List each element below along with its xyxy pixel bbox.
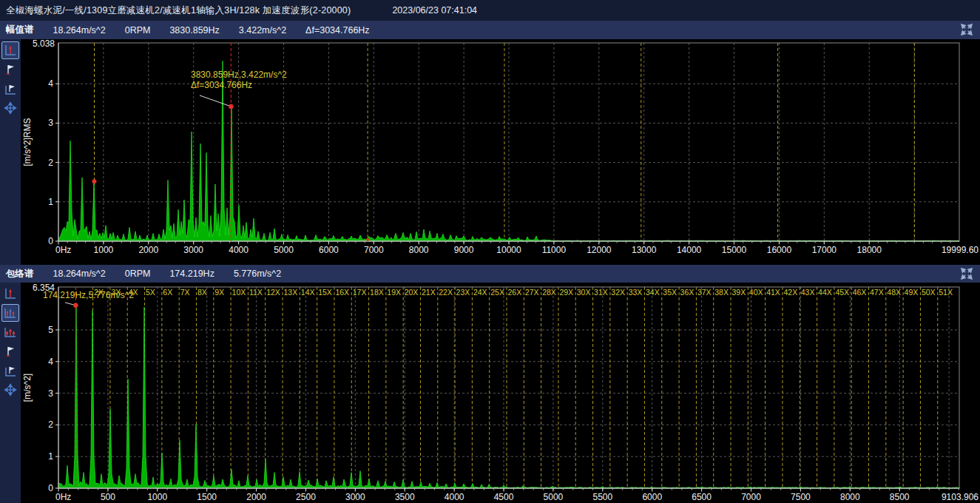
- svg-text:1000: 1000: [94, 245, 114, 255]
- svg-text:38X: 38X: [714, 288, 729, 297]
- amplitude-spectrum-header: 幅值谱 18.264m/s^2 0RPM 3830.859Hz 3.422m/s…: [0, 21, 980, 39]
- svg-text:7000: 7000: [364, 245, 384, 255]
- svg-text:14X: 14X: [301, 288, 315, 297]
- svg-text:1: 1: [48, 451, 53, 462]
- expand-icon[interactable]: [959, 266, 974, 281]
- svg-text:19X: 19X: [387, 288, 401, 297]
- svg-text:5X: 5X: [146, 288, 155, 297]
- svg-text:2500: 2500: [296, 492, 316, 502]
- cursor-amplitude: 3.422m/s^2: [239, 25, 286, 36]
- svg-text:42X: 42X: [783, 288, 797, 297]
- move-tool-icon[interactable]: [1, 381, 19, 399]
- svg-text:21X: 21X: [422, 288, 436, 297]
- svg-text:Δf=3034.766Hz: Δf=3034.766Hz: [191, 80, 252, 90]
- chart-flag-tool-icon[interactable]: [1, 362, 19, 379]
- svg-text:20X: 20X: [405, 288, 419, 297]
- svg-text:0Hz: 0Hz: [55, 492, 71, 502]
- panel-title-amplitude: 幅值谱: [6, 24, 34, 36]
- sideband-cursor-tool-icon[interactable]: [1, 323, 19, 341]
- svg-text:30X: 30X: [577, 288, 591, 297]
- svg-text:41X: 41X: [766, 288, 780, 297]
- amplitude-toolbar: [0, 39, 21, 265]
- svg-text:49X: 49X: [905, 288, 919, 297]
- svg-text:2: 2: [48, 158, 53, 168]
- svg-text:9X: 9X: [214, 288, 224, 297]
- svg-text:18000: 18000: [857, 245, 882, 255]
- envelope-spectrum-chart[interactable]: 2X3X4X5X6X7X8X9X10X11X12X13X14X15X16X17X…: [21, 283, 980, 503]
- svg-text:36X: 36X: [680, 288, 695, 297]
- svg-text:5.038: 5.038: [33, 39, 55, 49]
- svg-text:5000: 5000: [274, 245, 294, 255]
- svg-text:37X: 37X: [697, 288, 712, 297]
- svg-text:3000: 3000: [183, 245, 203, 255]
- svg-text:3: 3: [48, 118, 53, 128]
- svg-text:3830.859Hz,3.422m/s^2: 3830.859Hz,3.422m/s^2: [191, 70, 287, 80]
- svg-text:7X: 7X: [180, 288, 190, 297]
- svg-text:1: 1: [48, 197, 53, 207]
- svg-text:24X: 24X: [473, 288, 487, 297]
- svg-text:44X: 44X: [818, 288, 832, 297]
- svg-text:10X: 10X: [232, 288, 246, 297]
- flag-cursor-tool-icon[interactable]: [1, 61, 19, 78]
- harmonic-cursor-tool-icon[interactable]: [1, 304, 19, 322]
- svg-text:16000: 16000: [767, 245, 792, 255]
- move-tool-icon[interactable]: [1, 99, 19, 117]
- envelope-toolbar: [0, 283, 21, 503]
- single-cursor-tool-icon[interactable]: [1, 41, 19, 59]
- title-bar: 全椒海螺水泥/一线/1309立磨减速机2/减速机1轴输入3H/128k 加速度波…: [0, 0, 980, 21]
- svg-text:48X: 48X: [887, 288, 901, 297]
- svg-text:4000: 4000: [445, 492, 464, 502]
- svg-text:40X: 40X: [749, 288, 763, 297]
- single-cursor-tool-icon[interactable]: [1, 285, 19, 303]
- svg-text:[m/s^2]RMS: [m/s^2]RMS: [22, 118, 33, 166]
- panel-title-envelope: 包络谱: [6, 268, 34, 280]
- svg-text:8500: 8500: [890, 492, 910, 502]
- delta-frequency: Δf=3034.766Hz: [305, 25, 370, 36]
- svg-text:16X: 16X: [335, 288, 349, 297]
- svg-text:10000: 10000: [496, 245, 521, 255]
- cursor-frequency: 3830.859Hz: [169, 25, 219, 36]
- svg-text:0Hz: 0Hz: [55, 245, 71, 255]
- svg-text:2000: 2000: [246, 492, 266, 502]
- svg-text:27X: 27X: [525, 288, 539, 297]
- svg-text:6000: 6000: [319, 245, 339, 255]
- svg-text:43X: 43X: [801, 288, 815, 297]
- svg-text:15000: 15000: [722, 245, 747, 255]
- svg-text:0: 0: [48, 236, 53, 246]
- svg-text:9103.906: 9103.906: [942, 492, 979, 502]
- svg-text:4500: 4500: [494, 492, 514, 502]
- svg-text:8000: 8000: [409, 245, 429, 255]
- svg-text:3500: 3500: [395, 492, 415, 502]
- svg-text:6X: 6X: [163, 288, 172, 297]
- svg-text:28X: 28X: [542, 288, 556, 297]
- svg-text:47X: 47X: [870, 288, 884, 297]
- svg-text:39X: 39X: [732, 288, 746, 297]
- svg-text:6000: 6000: [642, 492, 662, 502]
- svg-text:46X: 46X: [853, 288, 867, 297]
- envelope-spectrum-panel: 2X3X4X5X6X7X8X9X10X11X12X13X14X15X16X17X…: [0, 283, 980, 503]
- svg-text:8X: 8X: [197, 288, 207, 297]
- svg-text:25X: 25X: [490, 288, 504, 297]
- expand-icon[interactable]: [959, 22, 974, 37]
- chart-flag-tool-icon[interactable]: [1, 80, 19, 98]
- vibration-analysis-app: 全椒海螺水泥/一线/1309立磨减速机2/减速机1轴输入3H/128k 加速度波…: [0, 0, 980, 503]
- svg-text:9000: 9000: [454, 245, 474, 255]
- svg-text:500: 500: [101, 492, 115, 502]
- svg-text:2000: 2000: [138, 245, 158, 255]
- measurement-datetime: 2023/06/23 07:41:04: [392, 5, 477, 16]
- svg-text:7000: 7000: [741, 492, 761, 502]
- svg-text:33X: 33X: [629, 288, 643, 297]
- svg-text:12X: 12X: [266, 288, 280, 297]
- amplitude-spectrum-chart[interactable]: 3830.859Hz,3.422m/s^2Δf=3034.766Hz0Hz100…: [21, 39, 980, 268]
- svg-text:0: 0: [48, 483, 53, 493]
- flag-cursor-tool-icon[interactable]: [1, 342, 19, 360]
- svg-text:13X: 13X: [284, 288, 298, 297]
- rpm-value: 0RPM: [125, 269, 151, 279]
- svg-text:50X: 50X: [922, 288, 936, 297]
- overall-value: 18.264m/s^2: [53, 269, 106, 279]
- svg-text:3000: 3000: [345, 492, 365, 502]
- svg-text:11000: 11000: [542, 245, 567, 255]
- measurement-point-path: 全椒海螺水泥/一线/1309立磨减速机2/减速机1轴输入3H/128k 加速度波…: [6, 4, 351, 17]
- svg-text:51X: 51X: [939, 288, 953, 297]
- svg-text:4: 4: [48, 78, 53, 89]
